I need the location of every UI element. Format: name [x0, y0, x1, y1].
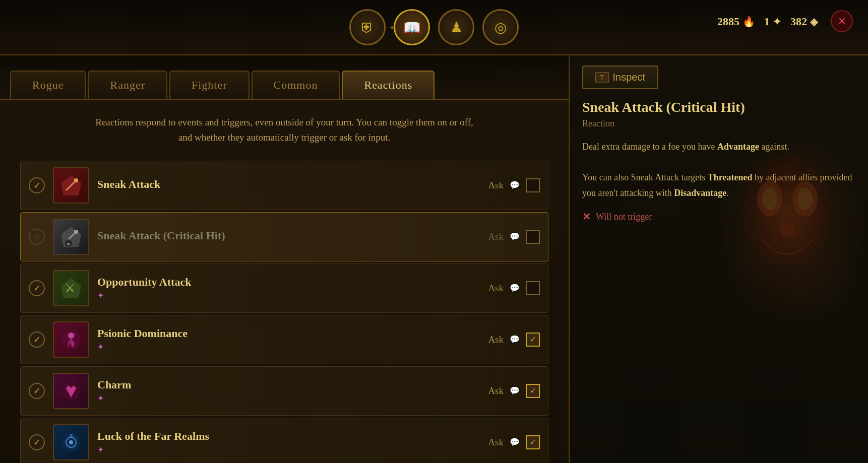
luck-far-realms-checkbox[interactable]: ✓	[29, 434, 45, 450]
luck-far-realms-ask-icon: 💬	[510, 437, 520, 447]
opportunity-attack-icon-inner: ⚔	[54, 271, 88, 305]
reaction-item-sneak-attack-crit[interactable]: ○ ● Sneak Attack (Critical Hit) Ask �	[20, 212, 548, 261]
sneak-attack-ask-icon: 💬	[510, 180, 520, 190]
opportunity-attack-toggle[interactable]	[526, 281, 540, 295]
nav-equipment-button[interactable]: ⛨	[349, 9, 386, 45]
reaction-item-psionic-dominance[interactable]: ✓ Psionic Dominance ✦ Ask 💬	[20, 315, 548, 364]
opportunity-attack-subtext: ✦	[97, 291, 480, 300]
status-x-icon: ✕	[582, 211, 591, 223]
tooltip-highlight-disadvantage: Disadvantage	[674, 188, 726, 198]
psionic-dominance-content: Psionic Dominance ✦	[97, 327, 480, 352]
star-count: 1	[764, 15, 770, 28]
tab-ranger[interactable]: Ranger	[88, 71, 167, 99]
charm-icon-inner	[54, 374, 88, 408]
charm-controls: Ask 💬 ✓	[488, 384, 540, 398]
sneak-attack-crit-ask-icon: 💬	[510, 232, 520, 241]
svg-point-5	[74, 230, 78, 234]
currency-display: 2885 🔥 1 ✦ 382 ◈	[717, 15, 818, 28]
tooltip-title: Sneak Attack (Critical Hit)	[582, 99, 856, 115]
reaction-item-charm[interactable]: ✓ Charm ✦ Ask 💬 ✓	[20, 366, 548, 416]
luck-far-realms-controls: Ask 💬 ✓	[488, 435, 540, 449]
sneak-attack-icon	[53, 167, 89, 204]
psionic-dominance-controls: Ask 💬 ✓	[488, 333, 540, 347]
opportunity-attack-ask: Ask	[488, 283, 504, 294]
tooltip-type: Reaction	[582, 118, 856, 129]
charm-ask: Ask	[488, 385, 504, 396]
sneak-attack-name: Sneak Attack	[97, 178, 480, 191]
charm-icon	[53, 373, 89, 409]
star-currency: 1 ✦	[764, 15, 781, 28]
tab-fighter[interactable]: Fighter	[169, 71, 250, 99]
reaction-item-opportunity-attack[interactable]: ✓ ⚔ Opportunity Attack ✦ Ask 💬	[20, 263, 548, 313]
inspect-label: Inspect	[613, 72, 645, 83]
close-button[interactable]: ✕	[831, 10, 853, 32]
reaction-item-sneak-attack[interactable]: ✓ Sneak Attack Ask 💬	[20, 161, 548, 210]
psionic-dominance-subtext: ✦	[97, 342, 480, 352]
opportunity-attack-checkbox[interactable]: ✓	[29, 280, 45, 296]
sneak-attack-crit-toggle[interactable]	[526, 230, 540, 244]
opportunity-attack-ask-icon: 💬	[510, 283, 520, 293]
silver-amount: 382	[790, 15, 807, 28]
charm-ask-icon: 💬	[510, 386, 520, 395]
tooltip-panel: T Inspect Sneak Attack (Critical Hit) Re…	[570, 55, 868, 463]
tab-common[interactable]: Common	[252, 71, 340, 99]
reaction-item-luck-far-realms[interactable]: ✓ Luck of the Far Realms ✦ Ask 💬	[20, 418, 548, 463]
tab-reactions[interactable]: Reactions	[342, 71, 435, 99]
tooltip-body: Deal extra damage to a foe you have Adva…	[582, 139, 856, 201]
charm-toggle[interactable]: ✓	[526, 384, 540, 398]
svg-point-16	[70, 434, 73, 437]
luck-far-realms-content: Luck of the Far Realms ✦	[97, 430, 480, 454]
tooltip-status: ✕ Will not trigger	[582, 211, 856, 223]
opportunity-attack-controls: Ask 💬	[488, 281, 540, 295]
inspect-key-badge: T	[595, 72, 609, 83]
gold-amount: 2885	[717, 15, 739, 28]
charm-checkbox[interactable]: ✓	[29, 383, 45, 399]
charm-name: Charm	[97, 378, 480, 391]
tabs-container: Rogue Ranger Fighter Common Reactions	[0, 55, 569, 100]
psionic-dominance-checkbox[interactable]: ✓	[29, 332, 45, 348]
sneak-attack-crit-content: Sneak Attack (Critical Hit)	[97, 229, 480, 244]
nav-spellbook-button[interactable]: 📖	[394, 9, 430, 45]
luck-far-realms-icon	[53, 424, 89, 460]
svg-point-15	[69, 440, 73, 444]
psionic-dominance-toggle[interactable]: ✓	[526, 333, 540, 347]
sneak-attack-crit-icon: ●	[53, 219, 89, 255]
sneak-attack-crit-name: Sneak Attack (Critical Hit)	[97, 229, 480, 242]
psionic-dominance-name: Psionic Dominance	[97, 327, 480, 340]
sneak-attack-crit-icon-inner: ●	[54, 220, 88, 254]
sneak-attack-crit-controls: Ask 💬	[488, 230, 540, 244]
tooltip-highlight-threatened: Threatened	[708, 172, 753, 182]
tab-rogue[interactable]: Rogue	[10, 71, 86, 99]
tooltip-content: Sneak Attack (Critical Hit) Reaction Dea…	[570, 99, 868, 235]
svg-point-2	[74, 178, 78, 182]
sneak-attack-checkbox[interactable]: ✓	[29, 177, 45, 193]
luck-far-realms-toggle[interactable]: ✓	[526, 435, 540, 449]
nav-icons-container: ⛨ 📖 ♟ ◎	[349, 9, 519, 45]
opportunity-attack-content: Opportunity Attack ✦	[97, 276, 480, 300]
sneak-attack-toggle[interactable]	[526, 178, 540, 192]
psionic-dominance-icon-inner	[54, 322, 88, 357]
main-panel: Rogue Ranger Fighter Common Reactions Re…	[0, 55, 570, 463]
svg-text:⚔: ⚔	[65, 282, 76, 295]
sneak-attack-crit-checkbox[interactable]: ○	[29, 229, 45, 245]
nav-character-button[interactable]: ◎	[482, 9, 519, 45]
luck-far-realms-subtext: ✦	[97, 445, 480, 454]
silver-icon: ◈	[810, 16, 818, 28]
star-icon: ✦	[773, 16, 781, 28]
reactions-description: Reactions respond to events and triggers…	[68, 100, 501, 156]
charm-content: Charm ✦	[97, 378, 480, 403]
sneak-attack-content: Sneak Attack	[97, 178, 480, 193]
psionic-dominance-ask-icon: 💬	[510, 335, 520, 344]
tooltip-status-text: Will not trigger	[596, 212, 652, 222]
inspect-button[interactable]: T Inspect	[582, 65, 658, 89]
sneak-attack-ask: Ask	[488, 180, 504, 191]
gold-icon: 🔥	[742, 16, 755, 28]
gold-currency: 2885 🔥	[717, 15, 755, 28]
nav-abilities-button[interactable]: ♟	[438, 9, 474, 45]
psionic-dominance-icon	[53, 321, 89, 358]
svg-rect-11	[68, 333, 75, 337]
sneak-attack-icon-inner	[54, 168, 88, 203]
silver-currency: 382 ◈	[790, 15, 818, 28]
luck-far-realms-name: Luck of the Far Realms	[97, 430, 480, 443]
luck-far-realms-ask: Ask	[488, 437, 504, 448]
